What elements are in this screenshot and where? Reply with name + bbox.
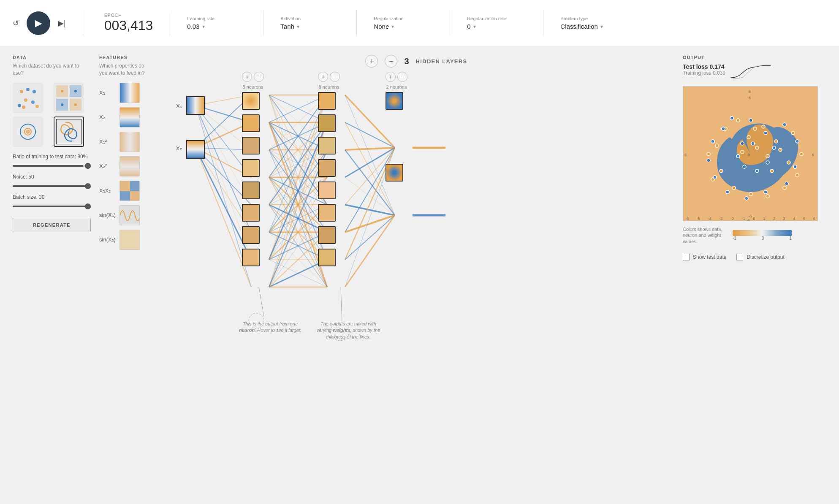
layer2-neuron-7[interactable]: [318, 226, 336, 244]
color-legend-section: Colors shows data, neuron and weight val…: [683, 226, 826, 244]
legend-bar: [733, 230, 792, 236]
input-x2-node[interactable]: [186, 140, 205, 159]
svg-point-160: [753, 127, 757, 130]
layer3-neuron-1[interactable]: [386, 92, 403, 110]
ratio-slider[interactable]: [13, 165, 91, 167]
layer1-neuron-4[interactable]: [242, 159, 260, 177]
layer1-neuron-7[interactable]: [242, 226, 260, 244]
layer2-add-neuron[interactable]: +: [318, 72, 328, 82]
divider3: [263, 11, 263, 36]
layer1-neuron-8[interactable]: [242, 249, 260, 266]
svg-point-191: [764, 190, 767, 194]
layer3-neuron-2[interactable]: [386, 164, 403, 182]
layer2-neuron-2[interactable]: [318, 114, 336, 132]
layer2-remove-neuron[interactable]: −: [330, 72, 340, 82]
problem-type-select[interactable]: Classification ▾: [560, 23, 619, 30]
feature-x1x2[interactable]: X₁X₂: [99, 181, 150, 201]
dataset-grid: [13, 83, 91, 147]
noise-slider[interactable]: [13, 185, 91, 187]
divider6: [543, 11, 543, 36]
activation-arrow: ▾: [297, 24, 299, 30]
feature-sinx2[interactable]: sin(X₂): [99, 230, 150, 250]
svg-rect-138: [243, 227, 259, 243]
dataset-circles-scattered[interactable]: [13, 83, 43, 113]
play-button[interactable]: ▶: [27, 11, 50, 35]
layer-count: 3: [404, 57, 409, 66]
svg-point-175: [800, 152, 803, 156]
layer2-neuron-4[interactable]: [318, 159, 336, 177]
svg-point-169: [720, 169, 723, 173]
learning-rate-select[interactable]: 0.03 ▾: [187, 23, 246, 30]
activation-select[interactable]: Tanh ▾: [280, 23, 339, 30]
layer3-add-neuron[interactable]: +: [386, 72, 396, 82]
svg-point-156: [774, 140, 778, 143]
dataset-concentric-icon: [15, 119, 41, 144]
add-layer-button[interactable]: +: [365, 55, 378, 68]
network-area: + − 3 HIDDEN LAYERS .conn-orange { strok…: [158, 55, 674, 496]
svg-point-195: [707, 159, 710, 162]
svg-point-180: [772, 146, 776, 149]
feature-x1sq-thumb: [119, 132, 140, 152]
svg-line-125: [345, 215, 395, 260]
svg-point-164: [787, 161, 790, 164]
layer1-add-neuron[interactable]: +: [242, 72, 252, 82]
regenerate-button[interactable]: REGENERATE: [13, 218, 91, 232]
layer2-neuron-3[interactable]: [318, 137, 336, 154]
svg-rect-20: [120, 83, 140, 103]
feature-sinx1[interactable]: sin(X₁): [99, 205, 150, 225]
feature-x1[interactable]: X₁: [99, 83, 150, 103]
input-x1-node[interactable]: [186, 96, 205, 115]
svg-rect-134: [243, 138, 259, 154]
dataset-quadrant[interactable]: [54, 83, 84, 113]
divider4: [356, 11, 357, 36]
epoch-section: Epoch 003,413: [104, 13, 153, 33]
dataset-quadrant-icon: [56, 85, 81, 111]
svg-point-13: [74, 103, 77, 106]
batch-slider[interactable]: [13, 206, 91, 207]
dataset-spiral[interactable]: [54, 117, 84, 147]
svg-rect-139: [243, 249, 259, 266]
layer2-neuron-6[interactable]: [318, 204, 336, 222]
step-button[interactable]: ▶|: [58, 19, 66, 28]
layer1-remove-neuron[interactable]: −: [254, 72, 264, 82]
discretize-output-row[interactable]: Discretize output: [736, 254, 784, 260]
svg-rect-148: [386, 93, 402, 109]
x-axis-labels: -6-5-4-3-2-10123456: [683, 217, 817, 221]
layer2-neuron-5[interactable]: [318, 182, 336, 199]
svg-rect-131: [187, 141, 204, 158]
layer2-neuron-1[interactable]: [318, 92, 336, 110]
svg-point-184: [736, 154, 740, 158]
svg-rect-142: [319, 138, 335, 154]
data-panel: DATA Which dataset do you want to use?: [13, 55, 91, 496]
regularization-select[interactable]: None ▾: [374, 23, 433, 30]
show-test-data-row[interactable]: Show test data: [683, 254, 726, 260]
reset-button[interactable]: ↺: [13, 19, 19, 28]
layer1-neuron-1[interactable]: [242, 92, 260, 110]
feature-x2[interactable]: X₂: [99, 107, 150, 127]
feature-x1x2-thumb: [119, 181, 140, 201]
svg-point-181: [766, 161, 769, 164]
layer2-neuron-8[interactable]: [318, 249, 336, 266]
reg-rate-select[interactable]: 0 ▾: [467, 23, 526, 30]
svg-rect-24: [120, 181, 130, 191]
show-test-data-checkbox[interactable]: [683, 254, 690, 260]
feature-x2sq[interactable]: X₂²: [99, 156, 150, 176]
svg-rect-25: [130, 191, 140, 201]
dataset-concentric[interactable]: [13, 117, 43, 147]
discretize-output-label: Discretize output: [747, 254, 784, 260]
layer1-neuron-3[interactable]: [242, 137, 260, 154]
svg-point-193: [726, 190, 729, 194]
discretize-output-checkbox[interactable]: [736, 254, 743, 260]
epoch-value: 003,413: [104, 18, 153, 33]
remove-layer-button[interactable]: −: [385, 55, 397, 68]
layer1-neuron-5[interactable]: [242, 182, 260, 199]
layer1-neuron-6[interactable]: [242, 204, 260, 222]
feature-x1sq[interactable]: X₁²: [99, 132, 150, 152]
svg-point-168: [715, 144, 719, 147]
layer3-remove-neuron[interactable]: −: [397, 72, 407, 82]
svg-point-192: [745, 197, 748, 200]
playback-controls: ↺ ▶ ▶|: [13, 11, 66, 35]
network-canvas: .conn-orange { stroke: #e8a046; stroke-o…: [158, 72, 445, 359]
layer1-neuron-2[interactable]: [242, 114, 260, 132]
svg-point-187: [783, 123, 786, 126]
